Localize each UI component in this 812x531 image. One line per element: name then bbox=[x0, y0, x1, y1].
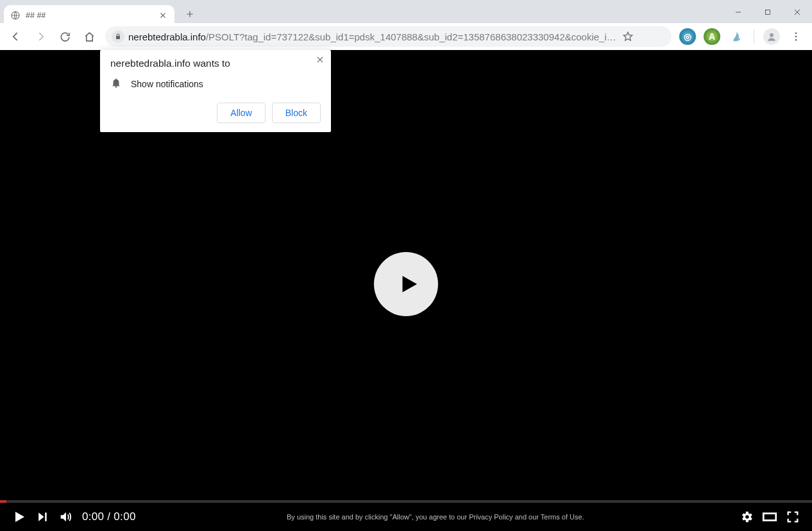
globe-icon bbox=[10, 10, 21, 21]
browser-tab[interactable]: ## ## bbox=[4, 5, 174, 26]
close-popup-button[interactable] bbox=[316, 55, 325, 67]
url-text: nerebtedrabla.info/PSOLT?tag_id=737122&s… bbox=[128, 31, 616, 42]
url-host: nerebtedrabla.info bbox=[128, 31, 206, 42]
volume-button[interactable] bbox=[54, 505, 77, 528]
url-path: /PSOLT?tag_id=737122&sub_id1=pdsk_140788… bbox=[206, 31, 616, 42]
new-tab-button[interactable] bbox=[181, 5, 199, 23]
bookmark-star-icon[interactable] bbox=[620, 26, 636, 47]
profile-avatar[interactable] bbox=[761, 26, 782, 47]
settings-button[interactable] bbox=[735, 505, 758, 528]
nav-back-button[interactable] bbox=[5, 26, 27, 47]
play-button[interactable] bbox=[8, 505, 31, 528]
svg-rect-6 bbox=[763, 514, 776, 521]
permission-request-text: Show notifications bbox=[131, 79, 203, 89]
legal-notice: By using this site and by clicking "Allo… bbox=[287, 513, 584, 521]
reload-button[interactable] bbox=[54, 26, 76, 47]
lock-icon[interactable] bbox=[112, 30, 124, 43]
svg-rect-1 bbox=[766, 10, 770, 15]
svg-point-3 bbox=[795, 32, 797, 34]
window-close-button[interactable] bbox=[782, 3, 812, 22]
close-tab-icon[interactable] bbox=[158, 10, 168, 21]
extension-1[interactable]: ◎ bbox=[677, 26, 698, 47]
theater-mode-button[interactable] bbox=[758, 505, 781, 528]
bell-icon bbox=[110, 77, 122, 91]
svg-point-2 bbox=[770, 33, 774, 37]
notification-permission-popup: nerebtedrabla.info wants to Show notific… bbox=[100, 50, 331, 132]
block-button[interactable]: Block bbox=[272, 103, 321, 123]
fullscreen-button[interactable] bbox=[781, 505, 804, 528]
toolbar-separator bbox=[754, 30, 754, 44]
extension-2[interactable]: A bbox=[701, 26, 723, 47]
big-play-button[interactable] bbox=[374, 252, 438, 316]
tab-title: ## ## bbox=[26, 11, 153, 20]
browser-menu-button[interactable] bbox=[785, 26, 807, 47]
svg-point-5 bbox=[795, 39, 797, 41]
permission-heading: nerebtedrabla.info wants to bbox=[110, 58, 321, 69]
video-time: 0:00 / 0:00 bbox=[82, 510, 136, 523]
window-maximize-button[interactable] bbox=[753, 3, 782, 22]
video-control-bar: 0:00 / 0:00 By using this site and by cl… bbox=[0, 503, 812, 531]
address-bar[interactable]: nerebtedrabla.info/PSOLT?tag_id=737122&s… bbox=[105, 26, 672, 47]
extension-3[interactable] bbox=[725, 26, 747, 47]
browser-toolbar: nerebtedrabla.info/PSOLT?tag_id=737122&s… bbox=[0, 23, 812, 50]
next-button[interactable] bbox=[31, 505, 54, 528]
home-button[interactable] bbox=[78, 26, 100, 47]
nav-forward-button bbox=[30, 26, 51, 47]
svg-point-4 bbox=[795, 36, 797, 38]
allow-button[interactable]: Allow bbox=[217, 103, 265, 123]
window-minimize-button[interactable] bbox=[723, 3, 753, 22]
